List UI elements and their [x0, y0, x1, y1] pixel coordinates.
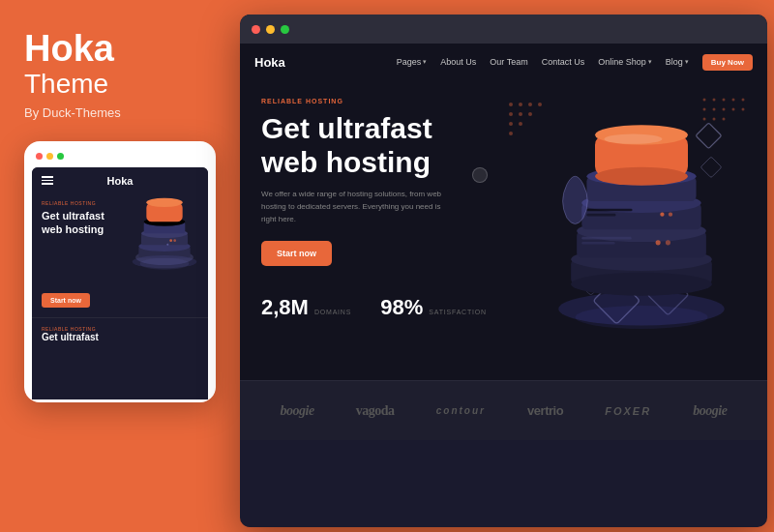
brand-foxer: FOXER: [605, 405, 651, 417]
nav-contact-us[interactable]: Contact Us: [542, 57, 585, 67]
svg-point-9: [146, 197, 182, 206]
glow-orb: [472, 167, 488, 183]
nav-about-us[interactable]: About Us: [440, 57, 476, 67]
server-illustration-large: [525, 85, 758, 356]
svg-point-62: [604, 134, 662, 144]
start-now-button[interactable]: Start now: [261, 241, 332, 266]
svg-point-53: [660, 213, 664, 217]
stat-domains-number: 2,8M: [261, 295, 309, 320]
svg-point-10: [169, 239, 172, 242]
svg-point-12: [166, 243, 168, 245]
mobile-dot-yellow: [46, 153, 53, 160]
nav-online-shop[interactable]: Online Shop ▾: [598, 57, 652, 67]
brand-subtitle: Theme: [24, 70, 213, 100]
svg-point-61: [595, 167, 688, 186]
svg-rect-55: [586, 209, 632, 212]
brand-title: Hoka: [24, 29, 213, 70]
mobile-bottom-content: RELIABLE HOSTING Get ultrafast: [32, 317, 208, 351]
site-navigation: Hoka Pages ▾ About Us Our Team Contact U…: [240, 44, 767, 80]
svg-rect-56: [586, 214, 615, 217]
hero-main-title: Get ultrafast web hosting: [261, 112, 474, 179]
hero-section: RELIABLE HOSTING Get ultrafast web hosti…: [240, 80, 767, 380]
svg-rect-64: [700, 157, 722, 178]
stat-domains: 2,8M DOMAINS: [261, 295, 351, 320]
svg-point-15: [519, 103, 522, 106]
hero-description: We offer a wide range of hosting solutio…: [261, 189, 455, 225]
svg-point-19: [519, 112, 522, 116]
stat-satisfaction: 98% SATISFACTION: [380, 295, 487, 320]
svg-point-38: [575, 306, 707, 329]
browser-dot-green[interactable]: [281, 25, 289, 34]
svg-point-22: [519, 122, 522, 126]
svg-point-23: [509, 132, 513, 135]
svg-point-14: [509, 103, 513, 106]
site-logo: Hoka: [254, 55, 285, 70]
left-panel: Hoka Theme By Duck-Themes Hoka RELIABLE …: [0, 0, 237, 532]
svg-point-47: [656, 240, 661, 245]
stat-satisfaction-label: SATISFACTION: [429, 309, 487, 315]
svg-point-18: [509, 112, 513, 116]
svg-point-21: [509, 122, 513, 126]
browser-mockup: Hoka Pages ▾ About Us Our Team Contact U…: [240, 15, 767, 527]
brand-boogie-1: boogie: [281, 403, 314, 419]
brand-boogie-2: boogie: [693, 403, 727, 419]
mobile-dot-red: [36, 153, 43, 160]
mobile-mockup: Hoka RELIABLE HOSTING Get ultrafastweb h…: [24, 141, 216, 402]
stat-satisfaction-number: 98%: [380, 295, 423, 320]
nav-blog[interactable]: Blog ▾: [666, 57, 689, 67]
brand-contour: contour: [436, 405, 486, 416]
mobile-bottom-heading: Get ultrafast: [42, 332, 198, 343]
stat-domains-label: DOMAINS: [314, 309, 351, 315]
mobile-hero-content: RELIABLE HOSTING Get ultrafastweb hostin…: [32, 194, 208, 314]
chevron-down-icon-2: ▾: [648, 58, 652, 66]
mobile-server-illustration: [126, 190, 203, 272]
svg-rect-50: [581, 242, 614, 245]
nav-items: Pages ▾ About Us Our Team Contact Us Onl…: [397, 54, 753, 71]
mobile-dot-green: [57, 153, 64, 160]
nav-pages[interactable]: Pages ▾: [397, 57, 428, 67]
brand-by: By Duck-Themes: [24, 105, 213, 120]
brands-section: boogie vagoda contour vertrio FOXER boog…: [240, 380, 767, 440]
svg-point-11: [173, 239, 176, 242]
svg-rect-63: [696, 123, 722, 149]
svg-point-54: [669, 213, 672, 217]
mobile-traffic-lights: [32, 153, 208, 160]
browser-dot-red[interactable]: [252, 25, 260, 34]
mobile-cta-button[interactable]: Start now: [42, 293, 90, 308]
chevron-down-icon: ▾: [423, 58, 427, 66]
mobile-screen: Hoka RELIABLE HOSTING Get ultrafastweb h…: [32, 167, 208, 399]
svg-point-44: [571, 273, 712, 296]
brand-vagoda: vagoda: [356, 403, 395, 419]
mobile-site-title: Hoka: [107, 175, 134, 187]
chevron-down-icon-3: ▾: [685, 58, 689, 66]
hamburger-icon[interactable]: [42, 176, 53, 185]
browser-dot-yellow[interactable]: [266, 25, 275, 34]
brand-vertrio: vertrio: [527, 403, 563, 418]
nav-our-team[interactable]: Our Team: [490, 57, 527, 67]
buy-now-button[interactable]: Buy Now: [702, 54, 753, 71]
svg-rect-49: [581, 237, 631, 240]
svg-point-13: [133, 255, 197, 268]
browser-chrome-bar: [240, 15, 767, 44]
svg-point-48: [666, 240, 670, 245]
